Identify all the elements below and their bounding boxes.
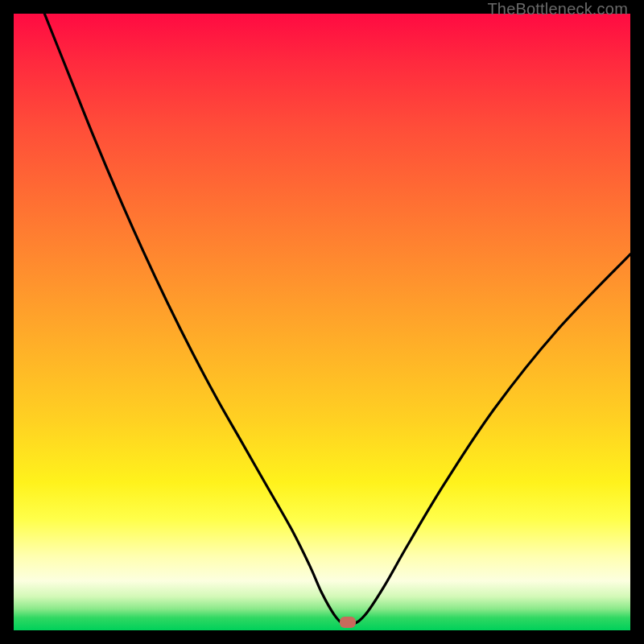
chart-frame: TheBottleneck.com xyxy=(0,0,644,644)
bottleneck-curve xyxy=(14,14,630,630)
watermark-text: TheBottleneck.com xyxy=(487,0,628,19)
plot-area xyxy=(14,14,630,630)
optimum-marker xyxy=(340,617,356,628)
